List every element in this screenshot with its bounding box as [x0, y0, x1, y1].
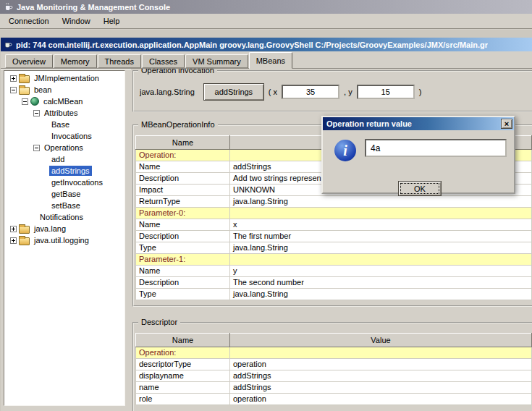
table-row[interactable]: Type java.lang.String	[136, 289, 532, 300]
tree-item[interactable]: add	[4, 153, 124, 165]
table-row[interactable]: Description The first number	[136, 231, 532, 242]
tree-item[interactable]: setBase	[4, 200, 124, 211]
column-header-name[interactable]: Name	[136, 136, 230, 150]
tree-item[interactable]: JMImplementation	[4, 72, 124, 84]
mbeans-tree: JMImplementation bean calcMBean Attribut…	[4, 70, 125, 406]
param-x-input[interactable]	[282, 85, 339, 99]
tree-expander-icon[interactable]	[33, 214, 35, 221]
table-row[interactable]: Description The second number	[136, 277, 532, 289]
column-header-name[interactable]: Name	[136, 334, 230, 347]
table-row[interactable]: descriptorType operation	[136, 359, 532, 370]
tab[interactable]: VM Summary	[185, 54, 248, 68]
table-row[interactable]: Operation:	[136, 347, 532, 359]
tab[interactable]: Overview	[5, 54, 53, 68]
cell-name: Parameter-0:	[136, 208, 230, 219]
param-y-label: , y	[344, 88, 352, 96]
tree-item[interactable]: java.util.logging	[4, 234, 124, 246]
cell-value: x	[230, 219, 532, 231]
tree-item[interactable]: Invocations	[4, 130, 124, 142]
column-header-value[interactable]: Value	[230, 334, 532, 347]
table-row[interactable]: Parameter-1:	[136, 254, 532, 266]
tree-item[interactable]: Attributes	[4, 107, 124, 119]
table-row[interactable]: ReturnType java.lang.String	[136, 196, 532, 208]
tree-item[interactable]: java.lang	[4, 223, 124, 234]
operation-return-dialog: Operation return value × OK	[321, 116, 515, 194]
param-x-label: ( x	[269, 88, 277, 96]
dialog-body: OK	[323, 130, 514, 192]
menu-item[interactable]: Connection	[2, 14, 56, 27]
menu-item[interactable]: Help	[97, 14, 127, 27]
tree-node-icon	[19, 226, 30, 234]
group-title: Operation invocation	[138, 69, 217, 75]
tree-item[interactable]: addStrings	[4, 165, 124, 177]
table-row[interactable]: Parameter-0:	[136, 208, 532, 219]
split-pane-divider[interactable]	[125, 69, 131, 411]
tree-node-icon	[19, 75, 30, 83]
table-row[interactable]: displayname addStrings	[136, 370, 532, 382]
cell-value: addStrings	[230, 370, 532, 382]
app-title: Java Monitoring & Management Console	[17, 3, 170, 12]
tree-expander-icon[interactable]	[45, 133, 47, 140]
app-titlebar[interactable]: Java Monitoring & Management Console	[0, 0, 532, 14]
tree-expander-icon[interactable]	[10, 226, 17, 232]
frame-java-icon	[4, 40, 13, 49]
cell-name: Description	[136, 277, 230, 289]
tree-expander-icon[interactable]	[22, 98, 28, 105]
tree-expander-icon[interactable]	[45, 203, 47, 209]
tab[interactable]: Threads	[98, 54, 141, 68]
cell-value	[230, 208, 532, 219]
cell-name: Description	[136, 231, 230, 242]
tree-item[interactable]: calcMBean	[4, 96, 124, 107]
cell-name: Type	[136, 289, 230, 300]
tree-expander-icon[interactable]	[45, 191, 47, 198]
tree-item[interactable]: Notifications	[4, 211, 124, 223]
tree-item-label: getBase	[49, 189, 83, 199]
cell-name: Name	[136, 266, 230, 277]
tree-expander-icon[interactable]	[33, 110, 40, 116]
tree-item[interactable]: Operations	[4, 142, 124, 153]
group-title: MBeanOperationInfo	[138, 120, 218, 129]
info-icon	[334, 140, 356, 161]
table-row[interactable]: Type java.lang.String	[136, 242, 532, 254]
frame-title: pid: 744 com.intellij.rt.execution.appli…	[16, 41, 488, 49]
cell-name: Impact	[136, 185, 230, 196]
tree-expander-icon[interactable]	[45, 168, 47, 174]
tree-expander-icon[interactable]	[10, 87, 17, 93]
cell-value: The first number	[230, 231, 532, 242]
tree-item[interactable]: Base	[4, 119, 124, 130]
param-y-input[interactable]	[357, 85, 415, 99]
cell-name: Name	[136, 161, 230, 173]
group-title: Descriptor	[138, 318, 180, 326]
cell-name: Name	[136, 219, 230, 231]
tree-expander-icon[interactable]	[45, 179, 47, 186]
close-paren-label: )	[419, 88, 422, 96]
cell-name: Description	[136, 173, 230, 185]
ok-button[interactable]: OK	[398, 181, 442, 196]
tree-expander-icon[interactable]	[45, 156, 47, 163]
tree-item-label: calcMBean	[41, 96, 85, 106]
tree-expander-icon[interactable]	[45, 122, 47, 128]
tree-item[interactable]: getInvocations	[4, 177, 124, 188]
tree-node-icon	[30, 97, 39, 106]
tree-expander-icon[interactable]	[10, 75, 17, 82]
frame-titlebar[interactable]: pid: 744 com.intellij.rt.execution.appli…	[1, 38, 532, 51]
table-row[interactable]: Name x	[136, 219, 532, 231]
tree-item[interactable]: getBase	[4, 188, 124, 200]
return-value-field[interactable]	[365, 139, 507, 157]
table-row[interactable]: Name y	[136, 266, 532, 277]
tree-item[interactable]: bean	[4, 84, 124, 96]
tree-expander-icon[interactable]	[33, 145, 40, 151]
tab[interactable]: MBeans	[249, 52, 292, 69]
table-row[interactable]: role operation	[136, 394, 532, 405]
tree-item-label: JMImplementation	[32, 73, 101, 83]
tree-expander-icon[interactable]	[10, 237, 17, 244]
tab[interactable]: Classes	[142, 54, 185, 68]
tree-node-icon	[19, 237, 30, 245]
invoke-addstrings-button[interactable]: addStrings	[203, 83, 264, 101]
cell-name: Operation:	[136, 150, 230, 161]
table-row[interactable]: name addStrings	[136, 382, 532, 394]
close-icon[interactable]: ×	[501, 119, 512, 129]
tab[interactable]: Memory	[54, 54, 97, 68]
menu-item[interactable]: Window	[56, 14, 97, 27]
dialog-titlebar[interactable]: Operation return value ×	[323, 117, 514, 130]
